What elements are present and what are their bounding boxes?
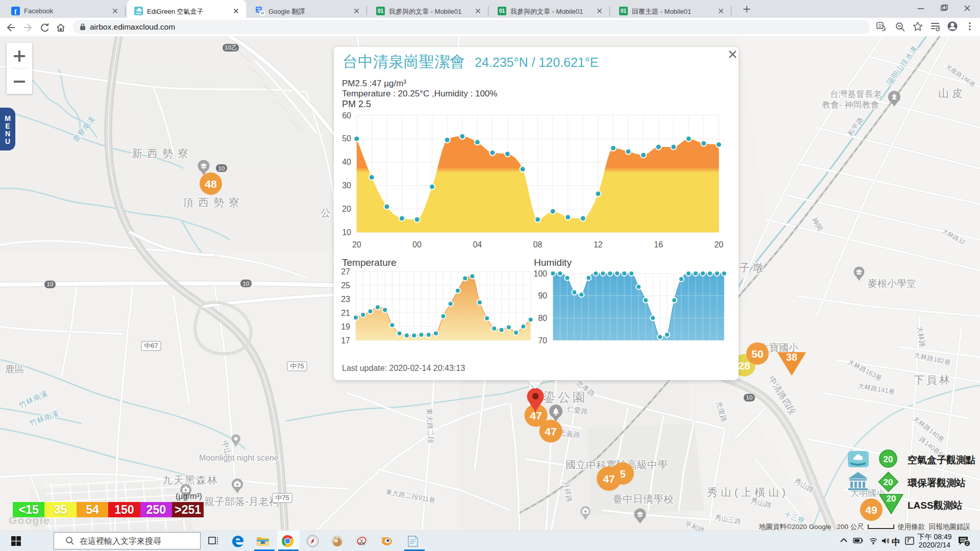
svg-text:中67: 中67 bbox=[144, 342, 158, 349]
svg-text:25: 25 bbox=[341, 281, 350, 290]
svg-text:20: 20 bbox=[352, 240, 361, 249]
svg-text:教會- 神岡教會: 教會- 神岡教會 bbox=[822, 100, 879, 110]
svg-text:山 皮: 山 皮 bbox=[938, 87, 963, 99]
svg-text:Humidity: Humidity bbox=[534, 257, 572, 268]
svg-text:臺中日僑學校: 臺中日僑學校 bbox=[612, 493, 674, 505]
svg-text:中75: 中75 bbox=[290, 362, 304, 370]
svg-text:新西勢寮: 新西勢寮 bbox=[132, 147, 193, 159]
svg-text:100: 100 bbox=[533, 269, 547, 278]
svg-text:00: 00 bbox=[412, 240, 422, 249]
svg-text:10: 10 bbox=[218, 165, 225, 171]
svg-text:20: 20 bbox=[884, 455, 893, 464]
svg-text:04: 04 bbox=[473, 240, 482, 249]
svg-text:10: 10 bbox=[243, 281, 250, 287]
svg-text:21: 21 bbox=[341, 309, 350, 317]
svg-text:中75: 中75 bbox=[275, 494, 289, 502]
svg-text:50: 50 bbox=[342, 134, 351, 143]
svg-text:80: 80 bbox=[538, 314, 547, 322]
svg-text:60: 60 bbox=[342, 111, 351, 120]
svg-text:親子部落-月老祠: 親子部落-月老祠 bbox=[204, 496, 279, 507]
svg-text:20: 20 bbox=[884, 478, 893, 487]
svg-text:27: 27 bbox=[341, 267, 350, 276]
svg-text:20: 20 bbox=[342, 205, 351, 213]
svg-text:08: 08 bbox=[533, 240, 543, 249]
svg-text:子 墩: 子 墩 bbox=[739, 262, 764, 273]
svg-text:麥根小學堂: 麥根小學堂 bbox=[868, 278, 916, 289]
svg-text:48: 48 bbox=[205, 178, 217, 190]
svg-text:10乙: 10乙 bbox=[225, 44, 237, 51]
svg-text:10: 10 bbox=[47, 281, 54, 287]
svg-text:16: 16 bbox=[654, 240, 663, 249]
svg-text:12: 12 bbox=[594, 240, 603, 249]
svg-text:90: 90 bbox=[538, 291, 547, 300]
svg-text:鎏公園: 鎏公園 bbox=[543, 390, 587, 404]
svg-text:30: 30 bbox=[342, 181, 351, 190]
svg-text:九天黑森林: 九天黑森林 bbox=[162, 474, 218, 486]
svg-text:17: 17 bbox=[341, 336, 350, 345]
svg-text:47: 47 bbox=[603, 473, 615, 485]
svg-text:20: 20 bbox=[714, 240, 723, 249]
svg-text:10: 10 bbox=[746, 394, 753, 400]
svg-text:頂西勢寮: 頂西勢寮 bbox=[183, 196, 244, 208]
svg-text:秀 山 ( 上 橫 山 ): 秀 山 ( 上 橫 山 ) bbox=[707, 486, 786, 498]
svg-text:鹿區: 鹿區 bbox=[5, 364, 24, 374]
svg-text:台灣基督長老: 台灣基督長老 bbox=[830, 89, 882, 99]
svg-text:下員林: 下員林 bbox=[914, 374, 952, 386]
svg-text:23: 23 bbox=[341, 295, 350, 304]
svg-text:47: 47 bbox=[545, 425, 556, 437]
svg-text:20: 20 bbox=[887, 494, 896, 504]
svg-text:49: 49 bbox=[865, 504, 877, 516]
svg-text:Temperature: Temperature bbox=[342, 257, 397, 268]
svg-text:38: 38 bbox=[786, 352, 797, 363]
svg-text:19: 19 bbox=[341, 322, 350, 331]
svg-text:2: 2 bbox=[966, 541, 968, 546]
svg-text:28: 28 bbox=[738, 360, 750, 371]
svg-text:Moonlight night scene: Moonlight night scene bbox=[199, 454, 279, 462]
svg-text:50: 50 bbox=[751, 348, 763, 360]
svg-text:40: 40 bbox=[342, 158, 351, 166]
svg-text:文: 文 bbox=[878, 23, 883, 29]
svg-text:70: 70 bbox=[538, 336, 547, 345]
svg-text:10: 10 bbox=[342, 228, 351, 237]
